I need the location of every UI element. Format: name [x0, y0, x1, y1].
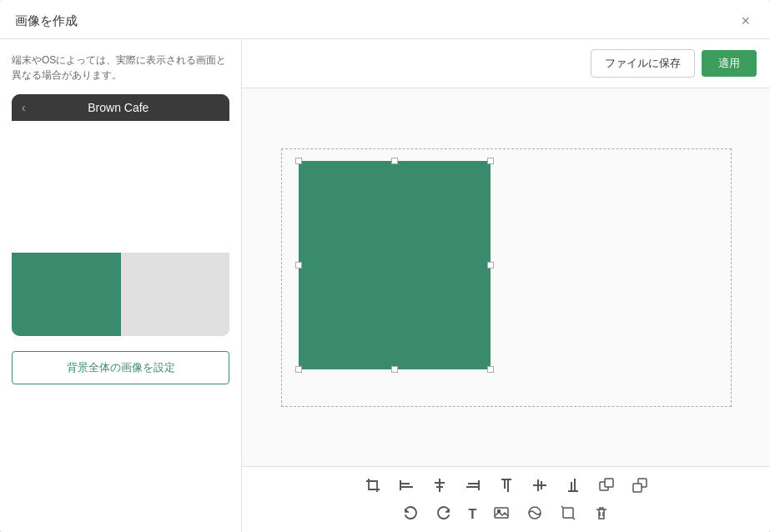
canvas-area	[242, 88, 770, 466]
toolbar-row-1	[363, 475, 650, 498]
svg-rect-1	[401, 483, 410, 484]
svg-rect-14	[541, 481, 542, 489]
svg-rect-13	[537, 479, 539, 491]
phone-bottom-area	[12, 253, 229, 336]
dialog-header: 画像を作成 ×	[0, 0, 770, 39]
resize-handle-bl[interactable]	[295, 366, 302, 373]
image-icon[interactable]	[491, 503, 511, 525]
svg-rect-22	[495, 508, 508, 518]
svg-rect-11	[507, 480, 509, 492]
bring-forward-icon[interactable]	[596, 475, 617, 498]
left-panel: 端末やOSによっては、実際に表示される画面と異なる場合があります。 ‹ Brow…	[0, 39, 242, 532]
svg-rect-6	[478, 480, 480, 490]
resize-handle-tc[interactable]	[391, 158, 398, 164]
phone-green-block	[12, 253, 121, 336]
resize-handle-mr[interactable]	[487, 262, 494, 269]
align-middle-v-icon[interactable]	[530, 475, 550, 498]
toolbar-row-2: T	[400, 503, 612, 525]
dialog-title: 画像を作成	[15, 13, 78, 29]
svg-rect-25	[563, 508, 573, 518]
crop-tool-icon[interactable]	[558, 503, 578, 525]
svg-rect-21	[633, 484, 642, 492]
svg-rect-12	[533, 484, 546, 486]
resize-handle-ml[interactable]	[295, 262, 302, 269]
svg-rect-7	[468, 483, 478, 484]
phone-mockup: ‹ Brown Cafe	[12, 94, 229, 336]
close-button[interactable]: ×	[736, 12, 755, 30]
align-center-h-icon[interactable]	[430, 475, 450, 498]
resize-handle-bc[interactable]	[391, 366, 398, 373]
svg-rect-10	[504, 480, 506, 489]
text-icon[interactable]: T	[467, 506, 479, 523]
resize-handle-br[interactable]	[487, 366, 494, 373]
svg-rect-8	[466, 486, 478, 488]
svg-rect-2	[401, 486, 413, 488]
align-top-icon[interactable]	[496, 475, 516, 498]
svg-line-26	[561, 506, 563, 508]
resize-handle-tl[interactable]	[295, 158, 302, 164]
phone-gray-block	[121, 253, 230, 336]
svg-rect-5	[436, 486, 443, 488]
phone-header: ‹ Brown Cafe	[12, 94, 229, 121]
svg-rect-0	[400, 480, 401, 490]
redo-icon[interactable]	[434, 503, 454, 525]
bottom-toolbar: T	[242, 466, 770, 532]
phone-title: Brown Cafe	[33, 101, 204, 114]
svg-rect-4	[435, 482, 445, 484]
save-file-button[interactable]: ファイルに保存	[591, 49, 695, 78]
svg-rect-16	[571, 482, 572, 490]
dialog: 画像を作成 × 端末やOSによっては、実際に表示される画面と異なる場合があります…	[0, 0, 770, 532]
delete-icon[interactable]	[591, 503, 611, 525]
canvas-container[interactable]	[281, 148, 732, 407]
align-bottom-icon[interactable]	[563, 475, 583, 498]
dialog-body: 端末やOSによっては、実際に表示される画面と異なる場合があります。 ‹ Brow…	[0, 39, 770, 532]
align-left-edge-icon[interactable]	[396, 475, 416, 498]
svg-rect-9	[501, 479, 511, 480]
align-right-edge-icon[interactable]	[463, 475, 483, 498]
phone-content	[12, 121, 229, 336]
effects-icon[interactable]	[525, 503, 545, 525]
phone-white-area	[12, 121, 229, 253]
svg-rect-15	[568, 490, 578, 492]
resize-handle-tr[interactable]	[487, 158, 494, 164]
selected-element[interactable]	[299, 161, 491, 369]
svg-rect-17	[574, 479, 576, 490]
right-panel: ファイルに保存 適用	[242, 39, 770, 532]
svg-line-27	[573, 518, 575, 519]
apply-button[interactable]: 適用	[702, 50, 757, 77]
right-top-bar: ファイルに保存 適用	[242, 39, 770, 88]
phone-back-icon: ‹	[22, 101, 26, 114]
send-backward-icon[interactable]	[630, 475, 650, 498]
svg-rect-19	[605, 479, 613, 487]
notice-text: 端末やOSによっては、実際に表示される画面と異なる場合があります。	[12, 53, 229, 83]
undo-icon[interactable]	[400, 503, 420, 525]
set-background-button[interactable]: 背景全体の画像を設定	[12, 351, 229, 384]
crop-icon[interactable]	[363, 475, 383, 498]
svg-rect-3	[439, 479, 440, 492]
